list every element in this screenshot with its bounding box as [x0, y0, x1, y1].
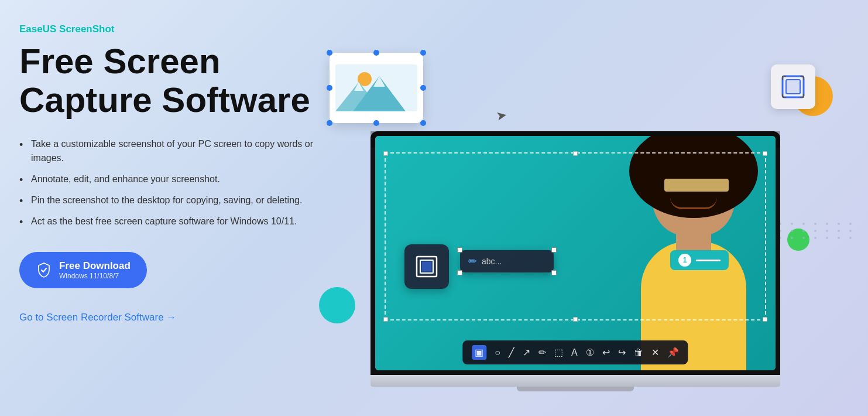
- right-panel: ➤ — □ ✕: [341, 18, 809, 398]
- download-btn-sub: Windows 11/10/8/7: [59, 272, 131, 280]
- corner-bm: [373, 120, 379, 126]
- corner-mr: [420, 85, 426, 91]
- laptop: — □ ✕: [370, 131, 780, 387]
- tool-delete[interactable]: 🗑: [634, 347, 643, 358]
- feature-item-1: Take a customizable screenshot of your P…: [19, 137, 347, 165]
- screen-toolbar: ▣ ○ ╱ ↗ ✏ ⬚ A ① ↩ ↪ 🗑 ✕ 📌: [462, 340, 688, 364]
- sel-corner-tr: [763, 151, 767, 156]
- tool-text[interactable]: A: [571, 347, 578, 358]
- btn-text-container: Free Download Windows 11/10/8/7: [59, 260, 131, 280]
- landscape-svg: [335, 64, 417, 111]
- float-text-tool: ✏ abc...: [460, 250, 554, 272]
- corner-br: [420, 120, 426, 126]
- tool-line[interactable]: ╱: [509, 347, 514, 358]
- sel-corner-br: [763, 317, 767, 322]
- main-title: Free Screen Capture Software: [19, 42, 347, 120]
- resize-br: [551, 270, 557, 275]
- float-numbered-item: 1: [670, 250, 729, 270]
- resize-tl: [457, 247, 462, 253]
- corner-tr: [420, 50, 426, 56]
- sel-corner-bm: [573, 317, 578, 322]
- tool-pen[interactable]: ✏: [538, 347, 546, 358]
- svg-rect-7: [786, 80, 800, 94]
- corner-bl: [327, 120, 332, 126]
- feature-list: Take a customizable screenshot of your P…: [19, 137, 347, 229]
- svg-rect-20: [422, 262, 431, 271]
- sel-corner-bl: [383, 317, 388, 322]
- float-capture-tool: [404, 244, 449, 289]
- corner-tl: [327, 50, 332, 56]
- download-btn-main: Free Download: [59, 260, 131, 272]
- numbered-line: [696, 260, 721, 261]
- resize-tr: [551, 247, 557, 253]
- corner-tm: [373, 50, 379, 56]
- shield-icon: [36, 262, 52, 278]
- float-image-preview: [330, 53, 423, 123]
- sel-corner-tl: [383, 151, 388, 156]
- left-panel: EaseUS ScreenShot Free Screen Capture So…: [19, 23, 347, 323]
- feature-item-3: Pin the screenshot to the desktop for co…: [19, 193, 347, 207]
- cursor-icon: ➤: [495, 108, 508, 125]
- download-button[interactable]: Free Download Windows 11/10/8/7: [19, 252, 147, 288]
- recorder-link[interactable]: Go to Screen Recorder Software →: [19, 312, 176, 323]
- text-annotation-placeholder: abc...: [482, 257, 502, 266]
- tool-step[interactable]: ①: [586, 347, 594, 358]
- tool-rect[interactable]: ▣: [472, 345, 486, 360]
- feature-item-2: Annotate, edit, and enhance your screens…: [19, 172, 347, 186]
- corner-ml: [327, 85, 332, 91]
- laptop-screen-outer: — □ ✕: [370, 131, 780, 375]
- selection-border: [385, 152, 766, 320]
- recorder-link-text: Go to Screen Recorder Software →: [19, 312, 176, 323]
- title-line1: Free Screen: [19, 42, 221, 81]
- laptop-base: [370, 375, 780, 387]
- tool-arrow[interactable]: ↗: [523, 347, 530, 358]
- feature-item-4: Act as the best free screen capture soft…: [19, 214, 347, 229]
- tool-close[interactable]: ✕: [651, 347, 659, 358]
- brand-name: EaseUS ScreenShot: [19, 23, 347, 35]
- title-line2: Capture Software: [19, 80, 310, 120]
- sel-corner-tm: [573, 151, 578, 156]
- tool-mosaic[interactable]: ⬚: [554, 347, 563, 358]
- tool-ellipse[interactable]: ○: [495, 347, 500, 358]
- edit-pencil-icon: ✏: [468, 255, 477, 268]
- tool-undo[interactable]: ↩: [602, 347, 610, 358]
- tool-redo[interactable]: ↪: [618, 347, 626, 358]
- resize-bl: [457, 270, 462, 275]
- crop-icon: [780, 74, 806, 100]
- number-badge: 1: [678, 254, 691, 267]
- float-crop-tool: [771, 64, 815, 109]
- capture-icon: [414, 254, 439, 279]
- tool-pin[interactable]: 📌: [667, 347, 679, 358]
- laptop-screen-inner: ✏ abc... 1 ▣ ○ ╱ ↗ ✏ ⬚ A ①: [375, 136, 776, 370]
